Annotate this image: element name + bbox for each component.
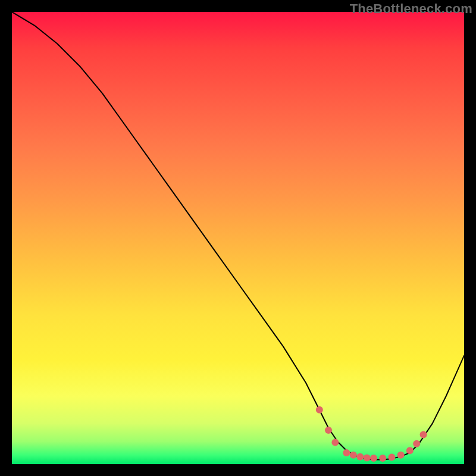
- chart-overlay: [12, 12, 464, 464]
- curve-marker: [364, 454, 371, 461]
- curve-marker: [325, 427, 332, 434]
- curve-marker: [406, 447, 414, 454]
- curve-marker: [350, 452, 357, 459]
- curve-marker: [420, 431, 427, 439]
- curve-marker: [316, 406, 323, 414]
- curve-marker: [370, 455, 377, 462]
- bottleneck-curve: [12, 12, 464, 459]
- curve-marker: [331, 439, 339, 446]
- curve-marker: [413, 440, 420, 447]
- watermark-text: TheBottleneck.com: [350, 1, 472, 17]
- curve-marker: [388, 454, 395, 461]
- curve-marker: [379, 455, 386, 462]
- curve-marker: [356, 453, 364, 461]
- curve-marker: [343, 449, 350, 456]
- chart-frame: [12, 12, 464, 464]
- curve-marker: [397, 452, 405, 459]
